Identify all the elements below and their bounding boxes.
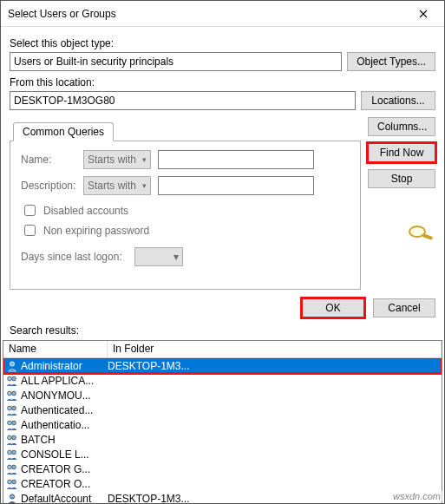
table-row[interactable]: CREATOR O... (3, 476, 442, 491)
column-name[interactable]: Name (3, 341, 108, 357)
svg-point-16 (12, 465, 16, 469)
close-button[interactable] (404, 2, 442, 26)
search-results-label: Search results: (1, 321, 444, 340)
cancel-button[interactable]: Cancel (373, 298, 435, 317)
name-filter-label: Name: (21, 154, 76, 166)
location-field[interactable] (10, 91, 356, 110)
table-row[interactable]: BATCH (3, 432, 442, 447)
table-row[interactable]: ANONYMOU... (3, 388, 442, 403)
find-now-button[interactable]: Find Now (368, 143, 435, 162)
table-row[interactable]: ALL APPLICA... (3, 373, 442, 388)
row-name: CREATOR O... (21, 478, 108, 490)
table-row[interactable]: DefaultAccountDESKTOP-1M3... (3, 491, 442, 504)
watermark: wsxdn.com (391, 491, 442, 501)
days-since-logon-label: Days since last logon: (21, 251, 122, 263)
row-name: DefaultAccount (21, 493, 108, 505)
locations-button[interactable]: Locations... (361, 91, 435, 110)
svg-point-8 (12, 406, 16, 410)
row-name: BATCH (21, 434, 108, 446)
group-icon (5, 448, 19, 461)
group-icon (5, 403, 19, 417)
non-expiring-password-check[interactable]: Non expiring password (21, 222, 350, 239)
svg-point-2 (10, 361, 14, 365)
svg-point-6 (12, 391, 16, 396)
tab-strip: Common Queries (10, 122, 361, 141)
svg-point-9 (8, 421, 12, 425)
disabled-accounts-checkbox[interactable] (24, 205, 36, 216)
disabled-accounts-check[interactable]: Disabled accounts (21, 202, 350, 219)
group-icon (5, 477, 19, 491)
svg-point-12 (12, 435, 16, 440)
days-since-logon-combo[interactable]: ▾ (134, 247, 183, 266)
window-title: Select Users or Groups (8, 8, 404, 20)
chevron-down-icon: ▾ (142, 155, 147, 164)
object-type-label: Select this object type: (10, 37, 435, 49)
common-queries-panel: Name: Starts with ▾ Description: Starts … (10, 141, 361, 290)
group-icon (5, 418, 19, 432)
row-name: ANONYMOU... (21, 389, 108, 402)
results-grid[interactable]: Name In Folder AdministratorDESKTOP-1M3.… (3, 340, 442, 504)
svg-point-17 (8, 480, 12, 484)
name-filter-input[interactable] (158, 150, 314, 169)
svg-point-13 (8, 450, 12, 455)
grid-header[interactable]: Name In Folder (3, 341, 442, 358)
magnifier-icon (406, 223, 435, 242)
svg-point-4 (12, 376, 16, 381)
table-row[interactable]: Authenticated... (3, 403, 442, 417)
location-label: From this location: (10, 76, 435, 88)
svg-point-18 (12, 480, 16, 484)
description-filter-label: Description: (21, 180, 76, 192)
close-icon (419, 10, 428, 18)
group-icon (5, 374, 19, 388)
row-name: ALL APPLICA... (21, 375, 108, 387)
row-name: CONSOLE L... (21, 448, 108, 461)
object-types-button[interactable]: Object Types... (347, 52, 435, 71)
svg-point-10 (12, 421, 16, 425)
table-row[interactable]: Authenticatio... (3, 417, 442, 432)
tab-common-queries[interactable]: Common Queries (13, 122, 114, 141)
columns-button[interactable]: Columns... (368, 117, 435, 136)
group-icon (5, 389, 19, 403)
user-icon (5, 492, 19, 505)
ok-button[interactable]: OK (302, 298, 364, 317)
chevron-down-icon: ▾ (173, 251, 179, 263)
row-name: Authenticated... (21, 404, 108, 416)
svg-point-14 (12, 450, 16, 455)
user-icon (5, 359, 19, 373)
svg-point-15 (8, 465, 12, 469)
table-row[interactable]: CREATOR G... (3, 461, 442, 476)
row-name: Authenticatio... (21, 419, 108, 431)
group-icon (5, 462, 19, 476)
description-filter-input[interactable] (158, 176, 314, 195)
description-mode-combo[interactable]: Starts with ▾ (83, 176, 151, 195)
table-row[interactable]: CONSOLE L... (3, 447, 442, 461)
stop-button[interactable]: Stop (368, 169, 435, 188)
row-folder: DESKTOP-1M3... (108, 360, 442, 372)
object-type-field[interactable] (10, 52, 342, 71)
non-expiring-password-checkbox[interactable] (24, 225, 36, 236)
name-mode-combo[interactable]: Starts with ▾ (83, 150, 151, 169)
svg-point-3 (8, 376, 12, 381)
title-bar: Select Users or Groups (1, 1, 444, 27)
svg-point-19 (10, 494, 14, 498)
row-name: CREATOR G... (21, 463, 108, 475)
svg-point-5 (8, 391, 12, 396)
column-folder[interactable]: In Folder (108, 341, 442, 357)
group-icon (5, 433, 19, 447)
svg-rect-1 (422, 233, 434, 240)
chevron-down-icon: ▾ (142, 181, 147, 190)
row-name: Administrator (21, 360, 108, 372)
table-row[interactable]: AdministratorDESKTOP-1M3... (3, 358, 442, 373)
svg-point-11 (8, 435, 12, 440)
svg-point-7 (8, 406, 12, 410)
